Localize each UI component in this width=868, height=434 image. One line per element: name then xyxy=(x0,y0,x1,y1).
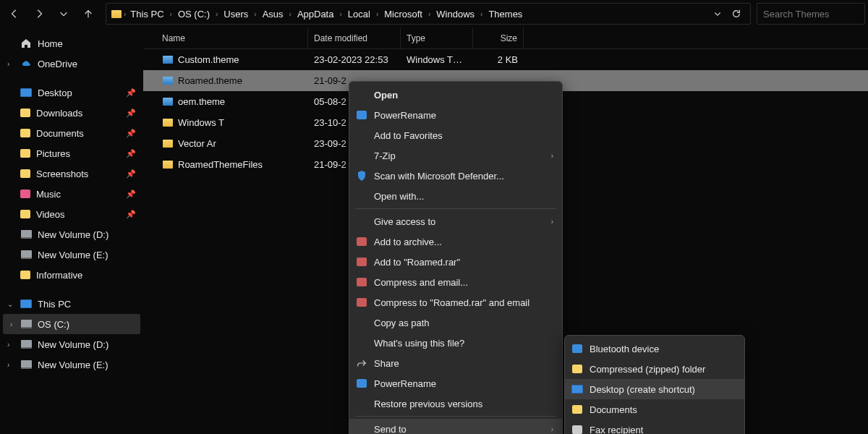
sendto-bluetooth-device[interactable]: Bluetooth device xyxy=(565,339,744,359)
context-item-label: Add to archive... xyxy=(374,237,553,247)
sidebar-item-new-volume-d-[interactable]: New Volume (D:) xyxy=(0,224,143,244)
sendto-compressed-zipped-folder[interactable]: Compressed (zipped) folder xyxy=(565,359,744,379)
sidebar-item-informative[interactable]: Informative xyxy=(0,265,143,285)
file-row[interactable]: Custom.theme23-02-2023 22:53Windows Them… xyxy=(143,49,868,70)
sidebar-item-os-c-[interactable]: ›OS (C:) xyxy=(3,314,140,334)
address-bar[interactable]: › This PC›OS (C:)›Users›Asus›AppData›Loc… xyxy=(106,3,751,25)
chevron-icon[interactable]: › xyxy=(10,320,12,328)
sidebar-item-home[interactable]: Home xyxy=(0,33,143,54)
context-add-to-roamed-rar-[interactable]: Add to "Roamed.rar" xyxy=(349,252,562,272)
home-icon xyxy=(20,38,32,49)
column-size[interactable]: Size xyxy=(473,27,524,48)
sidebar-item-downloads[interactable]: Downloads📌 xyxy=(0,103,143,123)
forward-button[interactable] xyxy=(27,2,51,25)
sidebar: Home›OneDriveDesktop📌Downloads📌Documents… xyxy=(0,27,143,434)
chevron-right-icon: › xyxy=(338,10,343,18)
column-name[interactable]: Name xyxy=(156,27,308,48)
context-add-to-favorites[interactable]: Add to Favorites xyxy=(349,125,562,145)
refresh-button[interactable] xyxy=(727,4,746,23)
context-compress-to-roamed-rar-and-email[interactable]: Compress to "Roamed.rar" and email xyxy=(349,292,562,312)
context-give-access-to[interactable]: Give access to› xyxy=(349,211,562,231)
context-menu: OpenPowerRenameAdd to Favorites7-Zip›Sca… xyxy=(349,81,563,434)
sidebar-item-music[interactable]: Music📌 xyxy=(0,184,143,204)
breadcrumb-segment[interactable]: Windows xyxy=(433,7,477,21)
context-powerrename[interactable]: PowerRename xyxy=(349,373,562,393)
file-name: Vector Ar xyxy=(178,138,216,149)
breadcrumb-segment[interactable]: AppData xyxy=(294,7,337,21)
context-item-label: Send to xyxy=(374,424,545,435)
chevron-icon[interactable]: › xyxy=(7,361,9,369)
sidebar-item-this-pc[interactable]: ⌄This PC xyxy=(0,294,143,314)
music-icon xyxy=(20,190,30,198)
breadcrumb-segment[interactable]: Users xyxy=(221,7,251,21)
rar-icon xyxy=(357,258,367,266)
breadcrumb-segment[interactable]: Asus xyxy=(260,7,286,21)
fax-icon xyxy=(572,425,582,434)
search-input[interactable]: Search Themes xyxy=(757,3,865,25)
breadcrumb-segment[interactable]: Themes xyxy=(485,7,525,21)
chevron-right-icon: › xyxy=(252,10,258,18)
submenu-arrow-icon: › xyxy=(551,425,553,433)
back-button[interactable] xyxy=(3,2,26,25)
context-7-zip[interactable]: 7-Zip› xyxy=(349,145,562,166)
sidebar-item-videos[interactable]: Videos📌 xyxy=(0,204,143,224)
file-name: RoamedThemeFiles xyxy=(178,159,263,170)
sidebar-item-desktop[interactable]: Desktop📌 xyxy=(0,82,143,103)
context-what-s-using-this-file-[interactable]: What's using this file? xyxy=(349,333,562,353)
chevron-icon[interactable]: › xyxy=(7,60,9,68)
context-scan-with-microsoft-defender-[interactable]: Scan with Microsoft Defender... xyxy=(349,166,562,186)
context-open-with-[interactable]: Open with... xyxy=(349,186,562,206)
disk-icon xyxy=(20,318,32,330)
breadcrumb-segment[interactable]: OS (C:) xyxy=(175,7,213,21)
breadcrumb-segment[interactable]: Local xyxy=(345,7,373,21)
context-share[interactable]: Share xyxy=(349,353,562,373)
context-item-label: Compress and email... xyxy=(374,277,553,288)
column-type[interactable]: Type xyxy=(401,27,473,48)
file-size: 2 KB xyxy=(473,54,524,65)
sendto-documents[interactable]: Documents xyxy=(565,399,744,420)
sidebar-item-pictures[interactable]: Pictures📌 xyxy=(0,143,143,163)
sidebar-item-label: New Volume (D:) xyxy=(38,339,109,350)
column-date[interactable]: Date modified xyxy=(308,27,401,48)
sidebar-item-label: Screenshots xyxy=(36,169,88,179)
up-button[interactable] xyxy=(77,2,100,25)
powerrename-icon xyxy=(355,109,368,122)
context-restore-previous-versions[interactable]: Restore previous versions xyxy=(349,393,562,414)
sidebar-item-documents[interactable]: Documents📌 xyxy=(0,123,143,143)
rar-icon xyxy=(355,255,368,268)
context-compress-and-email-[interactable]: Compress and email... xyxy=(349,272,562,292)
folder-icon xyxy=(572,365,582,373)
sidebar-item-new-volume-d-[interactable]: ›New Volume (D:) xyxy=(0,334,143,354)
sendto-desktop-create-shortcut-[interactable]: Desktop (create shortcut) xyxy=(565,379,744,399)
sidebar-item-new-volume-e-[interactable]: ›New Volume (E:) xyxy=(0,354,143,375)
pin-icon: 📌 xyxy=(126,109,136,118)
fax-icon xyxy=(571,423,584,434)
sidebar-item-label: Documents xyxy=(36,128,84,139)
sendto-submenu: Bluetooth deviceCompressed (zipped) fold… xyxy=(564,335,745,434)
sidebar-item-label: New Volume (D:) xyxy=(38,229,109,240)
chevron-icon[interactable]: ⌄ xyxy=(7,300,13,308)
defender-icon xyxy=(355,169,368,182)
screenshots-icon xyxy=(20,169,30,178)
sendto-item-label: Desktop (create shortcut) xyxy=(590,384,736,395)
chevron-icon[interactable]: › xyxy=(7,341,9,349)
file-name: Custom.theme xyxy=(178,54,239,65)
sidebar-item-onedrive[interactable]: ›OneDrive xyxy=(0,54,143,74)
breadcrumb-segment[interactable]: Microsoft xyxy=(381,7,425,21)
context-copy-as-path[interactable]: Copy as path xyxy=(349,312,562,333)
context-item-label: Copy as path xyxy=(374,318,553,328)
context-item-label: Compress to "Roamed.rar" and email xyxy=(374,297,553,308)
sendto-fax-recipient[interactable]: Fax recipient xyxy=(565,420,744,434)
context-powerrename[interactable]: PowerRename xyxy=(349,105,562,125)
folder-icon xyxy=(111,8,122,20)
context-open[interactable]: Open xyxy=(349,85,562,105)
address-dropdown[interactable] xyxy=(708,4,727,23)
sidebar-item-new-volume-e-[interactable]: New Volume (E:) xyxy=(0,244,143,265)
sidebar-item-screenshots[interactable]: Screenshots📌 xyxy=(0,163,143,184)
disk-icon xyxy=(20,229,32,240)
share-icon xyxy=(356,357,367,369)
breadcrumb-segment[interactable]: This PC xyxy=(127,7,166,21)
context-add-to-archive-[interactable]: Add to archive... xyxy=(349,231,562,252)
recent-dropdown[interactable] xyxy=(52,2,75,25)
context-send-to[interactable]: Send to› xyxy=(349,419,562,434)
